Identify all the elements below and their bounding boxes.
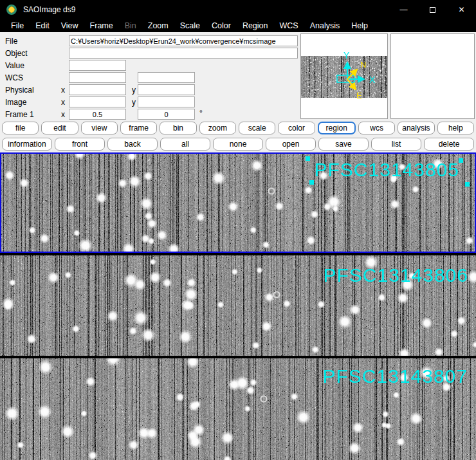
frame3-label-text: PFSC13143807	[323, 365, 468, 387]
image-y-label: y	[132, 98, 136, 107]
close-icon: ✕	[458, 5, 464, 14]
selection-handle-bl[interactable]	[309, 180, 314, 185]
menu-item-zoom[interactable]: Zoom	[142, 21, 174, 30]
menu-item-file[interactable]: File	[5, 21, 30, 30]
file-value-field[interactable]	[69, 35, 298, 46]
physical-y-label: y	[132, 86, 136, 95]
ds9-app-icon	[6, 5, 17, 15]
toolbar-button-information[interactable]: information	[2, 138, 52, 151]
toolbar-button-view[interactable]: view	[81, 122, 118, 134]
image-x-label: x	[61, 98, 65, 107]
menu-bar: FileEditViewFrameBinZoomScaleColorRegion…	[0, 19, 476, 32]
object-label: Object	[5, 49, 28, 58]
menu-item-view[interactable]: View	[55, 21, 84, 30]
menu-item-color[interactable]: Color	[206, 21, 237, 30]
frame2-label-text: PFSC13143806	[324, 264, 469, 286]
close-button[interactable]: ✕	[447, 0, 476, 19]
toolbar-button-list[interactable]: list	[371, 138, 421, 151]
toolbar-button-analysis[interactable]: analysis	[398, 122, 434, 134]
menu-item-bin: Bin	[119, 21, 142, 30]
physical-x-field[interactable]	[69, 84, 126, 95]
physical-y-field[interactable]	[138, 84, 195, 95]
frame2-region-label[interactable]: PFSC13143806	[324, 264, 469, 286]
degree-symbol: °	[199, 109, 203, 118]
image-x-field[interactable]	[69, 97, 126, 107]
frame-angle-field[interactable]	[138, 109, 195, 120]
file-label: File	[5, 37, 17, 46]
window-controls: — ✕	[389, 0, 476, 19]
toolbar-button-bin[interactable]: bin	[160, 122, 196, 134]
frame-x-field[interactable]	[69, 109, 126, 120]
menu-item-frame[interactable]: Frame	[84, 21, 119, 30]
menu-item-wcs[interactable]: WCS	[274, 21, 304, 30]
toolbar-button-scale[interactable]: scale	[239, 122, 275, 134]
image-frame-3[interactable]: PFSC13143807	[0, 358, 476, 460]
minimize-icon: —	[400, 5, 408, 14]
toolbar-row-2: informationfrontbackallnoneopensavelistd…	[0, 136, 476, 152]
toolbar-button-none[interactable]: none	[213, 138, 263, 151]
magnifier-panel[interactable]	[390, 33, 475, 119]
toolbar-button-color[interactable]: color	[278, 122, 315, 134]
toolbar-button-help[interactable]: help	[437, 122, 474, 134]
window-title: SAOImage ds9	[23, 5, 75, 14]
toolbar-button-open[interactable]: open	[266, 138, 316, 151]
x-axis-label: X	[369, 75, 376, 85]
toolbar-button-delete[interactable]: delete	[424, 138, 474, 151]
object-value-field[interactable]	[69, 48, 298, 59]
selection-handle-br[interactable]	[465, 182, 470, 187]
frame1-label-text: PFSC13143805	[315, 159, 460, 180]
menu-item-edit[interactable]: Edit	[30, 21, 55, 30]
toolbar-button-front[interactable]: front	[55, 138, 105, 151]
menu-item-help[interactable]: Help	[345, 21, 374, 30]
wcs-y-field[interactable]	[138, 72, 195, 83]
frame-label: Frame 1	[5, 110, 34, 119]
minimize-button[interactable]: —	[389, 0, 418, 19]
menu-item-region[interactable]: Region	[237, 21, 274, 30]
toolbar-button-edit[interactable]: edit	[41, 122, 78, 134]
north-arrow	[347, 69, 357, 79]
selection-handle-tl[interactable]	[306, 156, 310, 161]
toolbar-button-back[interactable]: back	[107, 138, 158, 151]
maximize-icon	[430, 7, 435, 13]
value-label: Value	[5, 61, 24, 70]
y-axis-label: Y	[343, 50, 350, 60]
menu-item-scale[interactable]: Scale	[174, 21, 206, 30]
image-y-field[interactable]	[138, 97, 195, 107]
selection-handle-tr[interactable]	[459, 158, 463, 163]
toolbar-button-frame[interactable]: frame	[120, 122, 157, 134]
toolbar-row-1: fileeditviewframebinzoomscalecolorregion…	[0, 120, 476, 136]
wcs-label: WCS	[5, 73, 23, 82]
ds9-window: SAOImage ds9 — ✕ FileEditViewFrameBinZoo…	[0, 0, 476, 460]
image-frame-1[interactable]: PFSC13143805	[0, 152, 476, 253]
toolbar-button-region[interactable]: region	[318, 122, 356, 134]
physical-label: Physical	[5, 86, 34, 95]
toolbar-button-all[interactable]: all	[160, 138, 210, 151]
east-label: E	[356, 91, 362, 100]
menu-item-analysis[interactable]: Analysis	[304, 21, 346, 30]
toolbar-button-wcs[interactable]: wcs	[358, 122, 395, 134]
image-frame-2[interactable]: PFSC13143806	[0, 255, 476, 356]
title-bar: SAOImage ds9 — ✕	[0, 0, 476, 19]
value-field[interactable]	[69, 60, 126, 71]
info-panel: File Object Value WCS Physical x y Image…	[0, 32, 476, 120]
image-label: Image	[5, 98, 26, 107]
north-label: N	[360, 60, 366, 69]
toolbar-button-zoom[interactable]: zoom	[199, 122, 236, 134]
frame3-region-label[interactable]: PFSC13143807	[323, 365, 468, 387]
physical-x-label: x	[61, 86, 65, 95]
wcs-x-field[interactable]	[69, 72, 126, 83]
panner-panel[interactable]: Y X N E	[300, 33, 388, 119]
toolbar-button-file[interactable]: file	[2, 122, 39, 134]
frame-x-label: x	[61, 110, 65, 119]
frame1-region-label[interactable]: PFSC13143805	[315, 159, 460, 181]
toolbar-button-save[interactable]: save	[318, 138, 369, 151]
panner-compass: Y X N E	[301, 34, 387, 118]
maximize-button[interactable]	[418, 0, 447, 19]
